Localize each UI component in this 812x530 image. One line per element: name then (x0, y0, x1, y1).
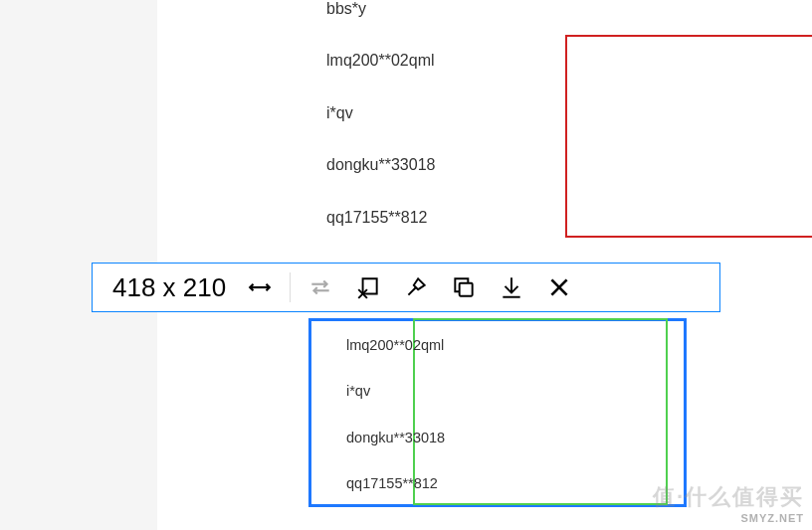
list-item: dongku**33018 (326, 154, 435, 176)
list-item: dongku**33018 (346, 428, 445, 447)
resize-horizontal-icon[interactable] (238, 265, 282, 309)
list-item: lmq200**02qml (326, 50, 435, 72)
close-icon[interactable] (537, 265, 581, 309)
download-icon[interactable] (490, 265, 533, 309)
svg-line-5 (409, 287, 417, 295)
list-item: bbs*y (326, 0, 435, 20)
selection-rect-red[interactable] (565, 35, 812, 238)
watermark: 值·什么值得买 SMYZ.NET (653, 482, 804, 524)
list-item: lmq200**02qml (346, 335, 445, 355)
watermark-en: SMYZ.NET (653, 512, 804, 524)
swap-icon[interactable] (299, 265, 342, 309)
list-item: i*qv (346, 381, 445, 401)
watermark-cn: 值·什么值得买 (653, 482, 804, 512)
user-list-bottom: lmq200**02qml i*qv dongku**33018 qq17155… (346, 335, 445, 519)
dimensions-label: 418 x 210 (102, 272, 236, 303)
svg-rect-6 (460, 283, 473, 296)
cancel-rect-icon[interactable] (346, 265, 390, 309)
screenshot-toolbar: 418 x 210 (92, 263, 720, 312)
selection-rect-green[interactable] (413, 318, 668, 505)
list-item: i*qv (326, 102, 435, 124)
list-item: qq17155**812 (346, 473, 445, 493)
copy-icon[interactable] (442, 265, 486, 309)
toolbar-divider (290, 272, 291, 302)
pin-icon[interactable] (394, 265, 438, 309)
list-item: qq17155**812 (326, 207, 435, 229)
user-list-top: bbs*y lmq200**02qml i*qv dongku**33018 q… (326, 0, 435, 259)
